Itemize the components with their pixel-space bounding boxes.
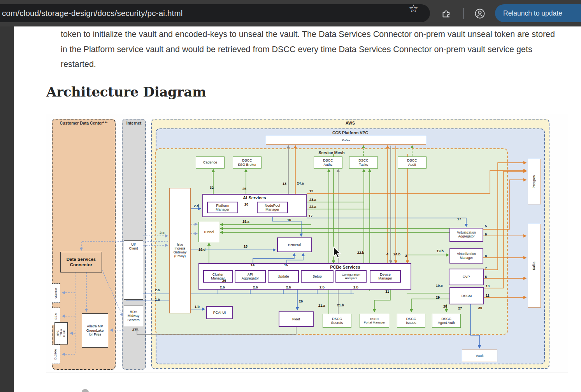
edge-label: 32	[210, 186, 214, 190]
fleet-node: Fleet	[279, 311, 314, 327]
edge-label: 25	[242, 187, 246, 191]
update-node: Update	[268, 270, 299, 283]
edge-label: 11	[486, 294, 490, 297]
ui-client-node: UI/ Client	[124, 240, 143, 300]
bookmark-star-icon[interactable]: ☆	[409, 2, 418, 15]
edge-label: 13	[283, 182, 286, 186]
edge-label: 26	[299, 299, 303, 303]
cluster-manager-node: Cluster Manager	[203, 270, 233, 283]
edge-label: 6	[485, 232, 487, 236]
edge-label: 21.a	[318, 304, 325, 308]
dl380a-node: DL380A	[52, 345, 60, 364]
edge-label: 2.a	[155, 288, 160, 292]
edge-label: 18	[244, 244, 247, 248]
edge-label: 20	[244, 202, 248, 206]
dscc-authz-node: DSCC Authz	[314, 156, 342, 169]
page-title: Architecture Diagram	[46, 84, 206, 100]
edge-label: 1.b	[195, 305, 200, 309]
partial-scrolled-text	[82, 389, 89, 392]
url-bar[interactable]: com/cloud/storage-design/docs/security/p…	[0, 4, 430, 22]
extensions-icon[interactable]	[441, 8, 452, 19]
edge-label: 2.b	[220, 285, 225, 289]
edge-label: 22.a	[309, 205, 316, 209]
device-manager-node: Device Manager	[370, 270, 401, 283]
cvp-node: CVP	[449, 269, 484, 285]
url-text: com/cloud/storage-design/docs/security/p…	[2, 4, 183, 22]
alletra-mp-greenlake-node: Alletra MP GreenLake for Files	[82, 313, 108, 348]
cadence-node: Cadence	[196, 156, 225, 169]
pcai-ui-node: PCAI UI	[206, 306, 233, 319]
mouse-cursor	[333, 246, 341, 258]
postgres-node: Postgres	[528, 159, 541, 204]
edge-label: 24.a	[297, 181, 304, 185]
body-paragraph: token to initialize the vault and encode…	[61, 27, 557, 72]
edge-label: 24.b	[393, 252, 400, 256]
edge-label: 17	[309, 214, 312, 218]
nodepool-manager-node: NodePool Manager	[257, 202, 288, 213]
edge-label: 8	[485, 275, 487, 279]
dscm-node: DSCM	[449, 287, 484, 304]
rda-midway-servers-node: RDA Midway Servers	[124, 306, 143, 326]
vcenter-node: vCenter	[52, 283, 60, 303]
edge-label: 2.b	[286, 285, 291, 289]
edge-label: 4	[386, 252, 388, 256]
edge-label: 9	[485, 254, 487, 258]
edge-label: 2.b	[253, 285, 258, 289]
edge-label: 19.b	[437, 249, 444, 253]
edge-label: 2.b	[319, 285, 325, 289]
profile-icon[interactable]	[474, 8, 486, 19]
edge-label: 31	[385, 290, 389, 294]
setup-node: Setup	[301, 270, 334, 283]
dscc-sso-broker-node: DSCC SSO Broker	[233, 156, 262, 169]
data-services-connector-node: Data Services Connector	[60, 252, 102, 272]
kafka-right-node: Kafka	[528, 224, 541, 308]
edge-label: 23.a	[309, 198, 316, 202]
configuration-analyzer-node: Configuration Analyzer	[335, 270, 367, 283]
edge-label: 1.a	[155, 297, 160, 301]
edge-label: 7	[485, 266, 487, 270]
dscc-audit-node: DSCC Audit	[398, 156, 427, 169]
edge-label: 12	[309, 189, 313, 193]
edge-label: 2.d	[194, 204, 199, 208]
edge-label: 27	[132, 328, 136, 332]
edge-label: 28	[443, 304, 447, 308]
edge-label: 30	[478, 306, 482, 310]
dscc-secrets-node: DSCC Secrets	[323, 314, 351, 328]
virtualization-aggregator-node: Virtualization Aggregator	[449, 228, 483, 242]
architecture-diagram-image: Customer Data Center***InternetAWSCCS Pl…	[46, 114, 568, 373]
edge-label: 3	[405, 254, 407, 258]
virtualization-manager-node: Virtualization Manager	[449, 248, 483, 264]
edge-label: 2.c	[160, 231, 165, 235]
edge-label: 14	[251, 263, 255, 267]
dscc-portal-manager-node: DSCC Portal Manager	[360, 314, 389, 328]
toolbar-separator	[463, 8, 464, 19]
edge-label: 15	[284, 263, 288, 267]
platform-manager-node: Platform Manager	[207, 202, 238, 213]
dscc-tasks-node: DSCC Tasks	[349, 156, 378, 169]
dscc-issues-node: DSCC Issues	[397, 314, 425, 328]
edge-label: 26	[222, 279, 226, 283]
istio-ingress-gateway-node: Istio Ingress Gateway (Envoy)	[169, 188, 191, 313]
vault-node: Vault	[462, 350, 497, 362]
edge-label: 5	[485, 224, 487, 228]
edge-label: 29	[436, 295, 440, 299]
kafka-top-node: Kafka	[266, 136, 426, 145]
edge-label: 19.d	[198, 248, 205, 251]
edge-label: 22.b	[357, 251, 364, 255]
tunnel-node: Tunnel	[198, 222, 219, 242]
api-aggregator-node: API Aggregator	[235, 270, 266, 283]
edge-label: 19.a	[242, 220, 249, 223]
relaunch-button[interactable]: Relaunch to update	[495, 4, 581, 22]
edge-label: 21.b	[337, 303, 344, 307]
ezmeral-node: Ezmeral	[277, 237, 312, 252]
edge-label: 2.b	[353, 285, 358, 289]
browser-toolbar: com/cloud/storage-design/docs/security/p…	[0, 0, 581, 26]
edge-label: 16	[287, 218, 291, 222]
left-edge-panel	[0, 26, 14, 392]
edge-label: 10	[486, 284, 490, 288]
edge-label: 27	[458, 306, 462, 310]
edge-label: 19.c	[436, 284, 443, 288]
dscc-agent-auth-node: DSCC Agent Auth	[432, 314, 461, 328]
hpe-proliant-ilo-node: HPE ProLia nt iLO	[54, 322, 68, 345]
edge-label: 17	[457, 217, 461, 221]
